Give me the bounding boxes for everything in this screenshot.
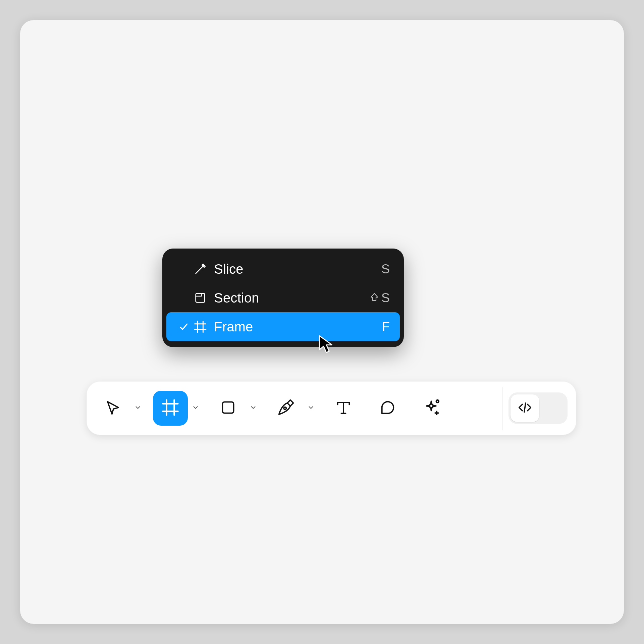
move-tool-chevron[interactable]: [132, 391, 144, 426]
tool-group-shape: [211, 391, 259, 426]
svg-rect-0: [196, 293, 205, 303]
dev-mode-toggle[interactable]: [508, 392, 568, 424]
toolbar-divider: [502, 387, 502, 430]
svg-rect-9: [222, 402, 233, 413]
svg-point-10: [284, 407, 286, 410]
chevron-down-icon: [307, 404, 315, 413]
menu-item-label: Slice: [214, 262, 381, 277]
menu-item-section[interactable]: Section S: [166, 283, 400, 312]
frame-tool-chevron[interactable]: [190, 391, 201, 426]
ai-tool[interactable]: [415, 391, 449, 426]
main-toolbar: [87, 381, 576, 435]
text-icon: [335, 399, 352, 418]
canvas: Slice S Section S: [20, 20, 624, 624]
section-icon: [192, 291, 209, 305]
shape-tool-chevron[interactable]: [248, 391, 259, 426]
move-tool[interactable]: [95, 391, 130, 426]
frame-icon: [161, 398, 179, 418]
comment-tool[interactable]: [370, 391, 405, 426]
tool-group-pen: [268, 391, 317, 426]
shortcut-key: F: [382, 320, 390, 334]
pen-tool-chevron[interactable]: [305, 391, 317, 426]
chevron-down-icon: [192, 404, 199, 413]
svg-point-16: [436, 400, 439, 402]
text-tool[interactable]: [326, 391, 361, 426]
chevron-down-icon: [134, 404, 142, 413]
menu-item-frame[interactable]: Frame F: [166, 312, 400, 341]
dev-mode-button[interactable]: [511, 394, 539, 422]
shortcut-key: S: [381, 262, 390, 276]
menu-item-label: Frame: [214, 319, 382, 334]
frame-icon: [192, 320, 209, 333]
check-icon: [175, 321, 192, 332]
menu-item-shortcut: S: [381, 262, 390, 276]
frame-tool[interactable]: [153, 391, 188, 426]
shortcut-key: S: [381, 291, 390, 305]
tool-group-move: [95, 391, 144, 426]
square-icon: [220, 399, 236, 417]
slice-icon: [192, 262, 209, 276]
chevron-down-icon: [250, 404, 257, 413]
menu-item-shortcut: S: [369, 291, 390, 305]
cursor-icon: [104, 399, 121, 418]
tool-group-frame: [153, 391, 201, 426]
pen-icon: [277, 398, 295, 418]
shift-icon: [369, 291, 379, 305]
sparkle-icon: [423, 398, 441, 418]
code-icon: [517, 400, 533, 417]
menu-item-label: Section: [214, 290, 369, 306]
menu-item-shortcut: F: [382, 320, 390, 334]
dev-mode-track: [539, 394, 566, 422]
comment-icon: [379, 399, 396, 418]
menu-item-slice[interactable]: Slice S: [166, 255, 400, 283]
pen-tool[interactable]: [268, 391, 303, 426]
shape-tool[interactable]: [211, 391, 246, 426]
region-tools-menu: Slice S Section S: [162, 249, 404, 347]
svg-line-19: [524, 403, 526, 412]
